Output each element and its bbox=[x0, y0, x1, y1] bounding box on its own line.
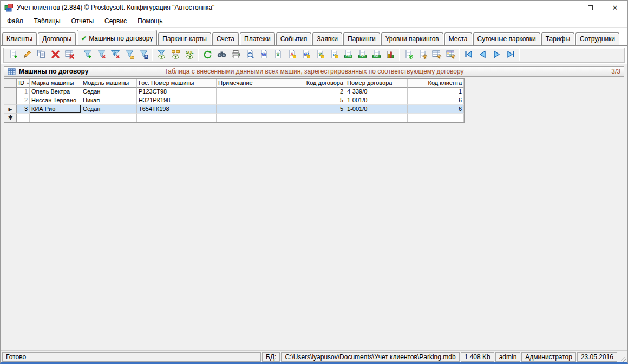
column-header[interactable]: Код клиента bbox=[408, 79, 464, 88]
clear-table-button[interactable] bbox=[62, 49, 76, 62]
tab-item[interactable]: Паркинги bbox=[343, 32, 380, 45]
column-header[interactable]: Гос. Номер машины bbox=[137, 79, 217, 88]
table-cell[interactable]: Пикап bbox=[81, 96, 137, 105]
tab-item[interactable]: Сотрудники bbox=[575, 32, 619, 45]
filter-view-button[interactable] bbox=[154, 49, 168, 62]
table-cell[interactable]: 3 bbox=[17, 105, 30, 114]
table-cell[interactable]: Седан bbox=[81, 88, 137, 96]
table-cell[interactable] bbox=[408, 114, 464, 122]
add-record-button[interactable] bbox=[6, 49, 20, 62]
table-cell[interactable]: КИА Рио bbox=[30, 105, 81, 114]
table-cell[interactable]: Ниссан Террано bbox=[30, 96, 81, 105]
tab-item[interactable]: Уровни паркингов bbox=[381, 32, 443, 45]
export-xml-button[interactable]: XML bbox=[369, 49, 383, 62]
table-cell[interactable]: 1-001/0 bbox=[345, 105, 408, 114]
table-cell[interactable]: 2 bbox=[17, 96, 30, 105]
table-row[interactable]: 1Опель ВектраСеданР123СТ9824-339/01 bbox=[4, 88, 464, 96]
table-cell[interactable] bbox=[17, 114, 30, 122]
view-settings-button[interactable] bbox=[443, 49, 457, 62]
export-excel-template-button[interactable]: X bbox=[313, 49, 327, 62]
new-record-row[interactable]: ✱ bbox=[4, 114, 464, 122]
subtable-view-button[interactable] bbox=[168, 49, 182, 62]
table-cell[interactable]: 5 bbox=[295, 105, 345, 114]
column-header[interactable]: Примечание bbox=[217, 79, 295, 88]
column-header[interactable]: Модель машины bbox=[81, 79, 137, 88]
delete-record-button[interactable] bbox=[48, 49, 62, 62]
table-cell[interactable]: 2 bbox=[295, 88, 345, 96]
export-word-button[interactable]: W bbox=[257, 49, 271, 62]
table-cell[interactable]: 6 bbox=[408, 105, 464, 114]
export-txt-button[interactable]: TXT bbox=[355, 49, 369, 62]
tab-item[interactable]: Платежи bbox=[240, 32, 275, 45]
table-row[interactable]: ▶3КИА РиоСеданТ654ТК19851-001/06 bbox=[4, 105, 464, 114]
row-selector[interactable]: ▶ bbox=[4, 105, 17, 114]
table-cell[interactable] bbox=[295, 114, 345, 122]
tab-item[interactable]: Заявки bbox=[312, 32, 342, 45]
filter-remove-all-button[interactable] bbox=[108, 49, 122, 62]
tab-item[interactable]: Счета bbox=[212, 32, 239, 45]
table-cell[interactable]: Р123СТ98 bbox=[137, 88, 217, 96]
table-cell[interactable] bbox=[345, 114, 408, 122]
maximize-button[interactable] bbox=[578, 1, 603, 15]
tab-item[interactable]: Места bbox=[444, 32, 472, 45]
preview-button[interactable] bbox=[243, 49, 257, 62]
tab-item[interactable]: Договоры bbox=[38, 32, 76, 45]
sql-view-button[interactable]: SQL bbox=[182, 49, 197, 62]
nav-last-button[interactable] bbox=[503, 49, 518, 62]
search-button[interactable] bbox=[214, 49, 228, 62]
filter-open-button[interactable] bbox=[122, 49, 136, 62]
refresh-button[interactable] bbox=[200, 49, 214, 62]
edit-record-button[interactable] bbox=[20, 49, 34, 62]
column-header[interactable]: Номер договора bbox=[345, 79, 408, 88]
table-cell[interactable]: 1-001/0 bbox=[345, 96, 408, 105]
row-selector-header[interactable] bbox=[4, 79, 17, 88]
menu-item[interactable]: Сервис bbox=[100, 16, 131, 27]
menu-item[interactable]: Файл bbox=[3, 16, 28, 27]
tab-item[interactable]: Клиенты bbox=[2, 32, 37, 45]
table-row[interactable]: 2Ниссан ТерраноПикапН321РК19851-001/06 bbox=[4, 96, 464, 105]
table-cell[interactable]: 1 bbox=[17, 88, 30, 96]
close-button[interactable]: ✕ bbox=[603, 1, 627, 15]
copy-record-button[interactable] bbox=[34, 49, 48, 62]
minimize-button[interactable] bbox=[553, 1, 578, 15]
export-html-button[interactable]: e bbox=[327, 49, 341, 62]
resize-grip-icon[interactable] bbox=[619, 356, 626, 362]
table-cell[interactable] bbox=[217, 114, 295, 122]
table-cell[interactable]: Седан bbox=[81, 105, 137, 114]
table-cell[interactable] bbox=[217, 96, 295, 105]
table-settings-button[interactable] bbox=[429, 49, 443, 62]
table-cell[interactable]: Т654ТК198 bbox=[137, 105, 217, 114]
table-cell[interactable] bbox=[30, 114, 81, 122]
filter-add-button[interactable] bbox=[80, 49, 94, 62]
menu-item[interactable]: Помощь bbox=[133, 16, 167, 27]
tab-item[interactable]: ✔Машины по договору bbox=[77, 30, 157, 46]
table-cell[interactable] bbox=[81, 114, 137, 122]
menu-item[interactable]: Отчеты bbox=[67, 16, 98, 27]
filter-save-button[interactable] bbox=[136, 49, 151, 62]
table-cell[interactable]: 6 bbox=[408, 96, 464, 105]
export-excel-button[interactable]: X bbox=[271, 49, 285, 62]
form-add-button[interactable] bbox=[401, 49, 415, 62]
table-cell[interactable]: Опель Вектра bbox=[30, 88, 81, 96]
table-cell[interactable] bbox=[217, 88, 295, 96]
table-cell[interactable]: 5 bbox=[295, 96, 345, 105]
print-button[interactable] bbox=[228, 49, 243, 62]
table-cell[interactable] bbox=[217, 105, 295, 114]
export-word-template-button[interactable]: W bbox=[299, 49, 313, 62]
table-cell[interactable]: Н321РК198 bbox=[137, 96, 217, 105]
tab-item[interactable]: Тарифы bbox=[541, 32, 574, 45]
menu-item[interactable]: Таблицы bbox=[30, 16, 65, 27]
column-header[interactable]: ID▲ bbox=[17, 79, 30, 88]
tab-item[interactable]: События bbox=[276, 32, 312, 45]
form-settings-button[interactable] bbox=[415, 49, 429, 62]
nav-first-button[interactable] bbox=[461, 49, 475, 62]
table-cell[interactable]: 4-339/0 bbox=[345, 88, 408, 96]
tab-item[interactable]: Паркинг-карты bbox=[158, 32, 211, 45]
row-selector[interactable] bbox=[4, 88, 17, 96]
chart-button[interactable] bbox=[383, 49, 397, 62]
row-selector[interactable] bbox=[4, 96, 17, 105]
tab-item[interactable]: Суточные парковки bbox=[473, 32, 540, 45]
column-header[interactable]: Марка машины bbox=[30, 79, 81, 88]
export-csv-button[interactable]: CSV bbox=[341, 49, 355, 62]
table-cell[interactable] bbox=[137, 114, 217, 122]
